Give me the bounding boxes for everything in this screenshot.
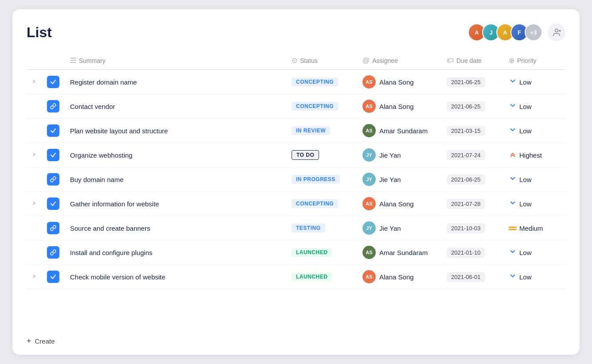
task-icon-link <box>47 222 59 234</box>
row-summary: Register domain name <box>65 70 286 94</box>
due-date-badge: 2021-01-10 <box>447 248 485 258</box>
row-type-icon <box>42 240 65 265</box>
row-duedate: 2021-03-15 <box>441 119 503 143</box>
create-plus-icon: + <box>27 337 31 346</box>
col-header-status: ⊙ Status <box>286 52 357 70</box>
task-icon-link <box>47 246 59 259</box>
duedate-col-icon: 🏷 <box>447 57 454 65</box>
status-badge: TO DO <box>292 150 319 160</box>
priority-cell: Low <box>509 126 560 136</box>
table-row[interactable]: Register domain name CONCEPTING AS Alana… <box>27 70 565 94</box>
assignee-name: Amar Sundaram <box>379 249 428 256</box>
row-type-icon <box>42 167 65 192</box>
table-row[interactable]: Buy domain name IN PROGRESS JY Jie Yan 2… <box>27 167 565 192</box>
row-expand[interactable] <box>27 216 42 240</box>
row-status[interactable]: IN PROGRESS <box>286 167 357 192</box>
row-status[interactable]: IN REVIEW <box>286 119 357 143</box>
row-status[interactable]: CONCEPTING <box>286 94 357 119</box>
assignee-avatar: AS <box>362 124 376 137</box>
row-status[interactable]: TESTING <box>286 216 357 240</box>
row-expand[interactable] <box>27 70 42 94</box>
row-status[interactable]: LAUNCHED <box>286 265 357 289</box>
row-type-icon <box>42 94 65 119</box>
table-row[interactable]: Install and configure plugins LAUNCHED A… <box>27 240 565 265</box>
priority-label: Low <box>519 176 532 183</box>
col-header-priority: ⊕ Priority <box>503 52 565 70</box>
row-assignee: AS Alana Song <box>357 70 441 94</box>
due-date-badge: 2021-06-25 <box>447 101 485 112</box>
row-duedate: 2021-10-03 <box>441 216 503 240</box>
assignee-cell: JY Jie Yan <box>362 173 436 186</box>
page-header: List AJAF+3 <box>27 23 565 41</box>
table-row[interactable]: Source and create banners TESTING JY Jie… <box>27 216 565 240</box>
priority-label: Low <box>519 78 532 86</box>
priority-label: Low <box>519 249 532 256</box>
priority-icon-medium <box>509 224 517 233</box>
row-status[interactable]: LAUNCHED <box>286 240 357 265</box>
priority-label: Low <box>519 127 532 135</box>
row-assignee: AS Alana Song <box>357 265 441 289</box>
due-date-badge: 2021-06-25 <box>447 77 485 87</box>
row-expand[interactable] <box>27 240 42 265</box>
table-row[interactable]: Organize webhosting TO DO JY Jie Yan 202… <box>27 143 565 167</box>
row-expand[interactable] <box>27 94 42 119</box>
row-status[interactable]: CONCEPTING <box>286 192 357 216</box>
row-priority: Medium <box>503 216 565 240</box>
row-duedate: 2021-01-10 <box>441 240 503 265</box>
row-type-icon <box>42 70 65 94</box>
priority-cell: Low <box>509 199 560 209</box>
table-row[interactable]: Plan website layout and structure IN REV… <box>27 119 565 143</box>
task-icon-check <box>47 124 59 137</box>
row-assignee: JY Jie Yan <box>357 216 441 240</box>
row-status[interactable]: CONCEPTING <box>286 70 357 94</box>
row-status[interactable]: TO DO <box>286 143 357 167</box>
priority-icon-low <box>509 272 517 282</box>
table-row[interactable]: Check mobile version of website LAUNCHED… <box>27 265 565 289</box>
priority-icon-low <box>509 174 517 185</box>
assignee-cell: JY Jie Yan <box>362 148 436 162</box>
assignee-col-label: Assignee <box>372 57 398 64</box>
assignee-avatar: JY <box>362 173 376 186</box>
col-header-assignee: @ Assignee <box>357 52 441 70</box>
row-priority: Low <box>503 167 565 192</box>
due-date-badge: 2021-07-24 <box>447 150 485 160</box>
row-summary: Check mobile version of website <box>65 265 286 289</box>
row-duedate: 2021-06-01 <box>441 265 503 289</box>
assignee-cell: JY Jie Yan <box>362 221 436 235</box>
table-row[interactable]: Gather information for website CONCEPTIN… <box>27 192 565 216</box>
header-right: AJAF+3 <box>468 23 565 41</box>
row-priority: Low <box>503 94 565 119</box>
due-date-badge: 2021-06-25 <box>447 174 485 185</box>
row-type-icon <box>42 119 65 143</box>
svg-rect-4 <box>509 228 517 230</box>
task-icon-link <box>47 100 59 112</box>
row-summary: Contact vendor <box>65 94 286 119</box>
svg-point-0 <box>555 29 558 32</box>
table-row[interactable]: Contact vendor CONCEPTING AS Alana Song … <box>27 94 565 119</box>
row-assignee: AS Alana Song <box>357 94 441 119</box>
assignee-avatar: AS <box>362 197 376 210</box>
assignee-name: Alana Song <box>379 78 414 86</box>
row-expand[interactable] <box>27 265 42 289</box>
status-badge: IN REVIEW <box>292 126 330 135</box>
row-priority: Highest <box>503 143 565 167</box>
row-expand[interactable] <box>27 119 42 143</box>
assignee-avatar: AS <box>362 75 376 89</box>
priority-cell: Low <box>509 272 560 282</box>
svg-rect-3 <box>509 226 517 228</box>
row-assignee: AS Alana Song <box>357 192 441 216</box>
row-expand[interactable] <box>27 143 42 167</box>
row-type-icon <box>42 216 65 240</box>
priority-col-icon: ⊕ <box>509 56 514 65</box>
create-footer[interactable]: + Create <box>27 329 565 355</box>
add-member-button[interactable] <box>548 23 565 41</box>
row-expand[interactable] <box>27 192 42 216</box>
row-expand[interactable] <box>27 167 42 192</box>
row-duedate: 2021-07-28 <box>441 192 503 216</box>
due-date-badge: 2021-10-03 <box>447 223 485 233</box>
status-col-label: Status <box>300 57 318 64</box>
page-title: List <box>27 24 52 41</box>
row-type-icon <box>42 143 65 167</box>
avatar-more: +3 <box>525 23 542 41</box>
priority-label: Low <box>519 103 532 110</box>
